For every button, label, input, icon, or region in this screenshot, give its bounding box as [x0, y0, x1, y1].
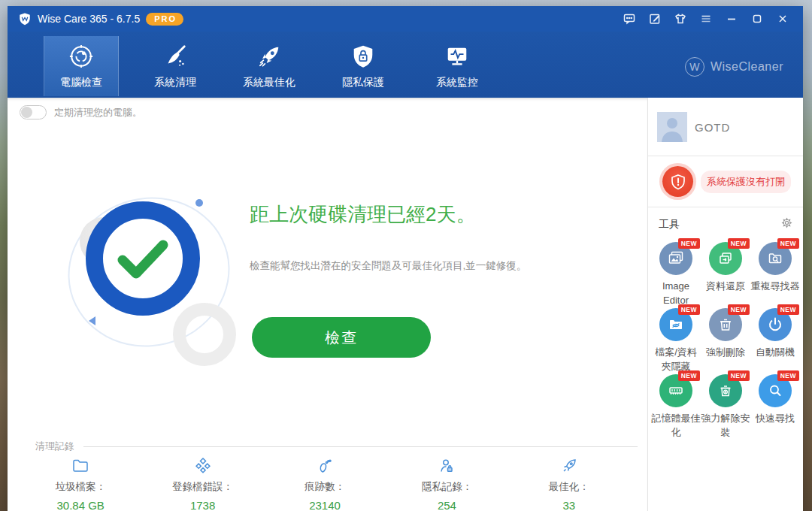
feedback-icon[interactable] — [617, 8, 642, 29]
brand-name: WiseCleaner — [710, 60, 783, 74]
broom-icon — [162, 44, 188, 69]
nav-tab-pc-checkup[interactable]: 電腦檢查 — [44, 36, 119, 96]
checkup-heading: 距上次硬碟清理已經2天。 — [250, 201, 475, 228]
new-badge: NEW — [678, 238, 700, 249]
tools-header: 工具 — [648, 207, 803, 236]
scheduled-clean-toggle[interactable] — [20, 105, 47, 119]
tool-force-uninstall[interactable]: NEW 強力解除安裝 — [701, 374, 750, 440]
nav-tab-label: 系統監控 — [436, 76, 478, 89]
warning-shield-icon — [662, 166, 693, 197]
user-name: GOTD — [695, 121, 730, 134]
tool-folder-hider[interactable]: NEW 檔案/資料夾隱藏 — [651, 308, 701, 373]
shield-lock-icon — [350, 44, 376, 69]
stat-junk-files: 垃圾檔案： 30.84 GB — [20, 457, 141, 511]
nav-tab-label: 系統最佳化 — [243, 76, 295, 89]
app-logo-shield-icon — [18, 12, 32, 26]
duplicate-finder-icon: NEW — [759, 242, 792, 275]
nav-tab-label: 系統清理 — [154, 76, 196, 89]
tool-duplicate-finder[interactable]: NEW 重複尋找器 — [750, 242, 800, 307]
maximize-button[interactable] — [744, 8, 770, 29]
main-panel: 定期清理您的電腦。 距上次硬碟清理已經2天。 檢查能幫您找出潛在的安全問題及可最… — [8, 98, 647, 511]
force-uninstall-icon: NEW — [709, 374, 742, 407]
minimize-button[interactable] — [719, 8, 744, 29]
tools-title: 工具 — [659, 218, 781, 231]
new-badge: NEW — [777, 370, 799, 381]
privacy-person-icon — [438, 457, 456, 475]
menu-icon[interactable] — [693, 8, 719, 29]
titlebar: Wise Care 365 - 6.7.5 PRO — [8, 6, 803, 32]
stat-optimized: 最佳化： 33 — [508, 457, 630, 511]
checkup-description: 檢查能幫您找出潛在的安全問題及可最佳化項目,並一鍵修復。 — [250, 259, 526, 273]
tool-force-delete[interactable]: NEW 強制刪除 — [701, 308, 750, 373]
new-badge: NEW — [678, 370, 700, 381]
checkup-scan-icon — [68, 44, 94, 69]
folder-icon — [71, 457, 89, 475]
new-badge: NEW — [728, 304, 750, 315]
new-badge: NEW — [728, 370, 750, 381]
app-window: Wise Care 365 - 6.7.5 PRO — [8, 6, 803, 511]
main-nav: 電腦檢查 系統清理 系統最佳化 — [8, 32, 803, 98]
scheduled-clean-row: 定期清理您的電腦。 — [20, 105, 142, 119]
tool-memory-optimizer[interactable]: NEW 記憶體最佳化 — [651, 374, 701, 440]
user-account-row[interactable]: GOTD — [648, 98, 803, 156]
checkmark-ring-icon — [86, 201, 200, 316]
stat-traces: 痕跡數： 23140 — [264, 457, 386, 511]
register-edit-icon[interactable] — [642, 8, 668, 29]
theme-skin-icon[interactable] — [668, 8, 693, 29]
checkup-status-graphic — [68, 192, 233, 357]
tool-auto-shutdown[interactable]: NEW 自動關機 — [750, 308, 800, 373]
rocket-icon — [256, 44, 282, 69]
rocket-icon — [560, 457, 578, 475]
auto-shutdown-power-icon: NEW — [759, 308, 792, 341]
cleanup-stats: 垃圾檔案： 30.84 GB 登錄檔錯誤： 1738 痕跡數： 23140 — [20, 457, 630, 511]
divider — [83, 446, 638, 447]
stat-registry-errors: 登錄檔錯誤： 1738 — [141, 457, 263, 511]
nav-tab-label: 電腦檢查 — [60, 76, 102, 89]
footprint-icon — [316, 457, 334, 475]
user-avatar — [657, 112, 687, 142]
protection-warning-text: 系統保護沒有打開 — [701, 171, 791, 193]
scheduled-clean-label: 定期清理您的電腦。 — [54, 106, 142, 119]
close-button[interactable] — [770, 8, 795, 29]
data-recovery-icon: NEW — [709, 242, 742, 275]
brand-logo: W WiseCleaner — [685, 57, 783, 77]
new-badge: NEW — [777, 238, 799, 249]
new-badge: NEW — [728, 238, 750, 249]
pro-badge: PRO — [146, 13, 183, 26]
nav-tab-system-tuneup[interactable]: 系統最佳化 — [232, 36, 307, 96]
stat-privacy-records: 隱私記錄： 254 — [386, 457, 508, 511]
new-badge: NEW — [678, 304, 700, 315]
brand-circle-icon: W — [685, 57, 704, 77]
memory-optimizer-ram-icon: NEW — [659, 374, 692, 407]
tool-image-editor[interactable]: NEW Image Editor — [651, 242, 701, 307]
decorative-donut — [173, 303, 236, 366]
decorative-triangle — [89, 316, 95, 325]
nav-tab-label: 隱私保護 — [342, 76, 384, 89]
gear-icon[interactable] — [781, 217, 792, 231]
tools-grid: NEW Image Editor NEW 資料還原 NEW — [648, 236, 803, 440]
protection-warning-row[interactable]: 系統保護沒有打開 — [648, 156, 803, 207]
decorative-dot — [195, 199, 203, 207]
nav-tab-system-monitor[interactable]: 系統監控 — [420, 36, 495, 96]
monitor-pulse-icon — [444, 44, 470, 69]
registry-icon — [194, 457, 212, 475]
nav-tab-system-cleaner[interactable]: 系統清理 — [138, 36, 213, 96]
cleanup-record-header: 清理記錄 — [35, 440, 638, 453]
new-badge: NEW — [777, 304, 799, 315]
sidebar: GOTD 系統保護沒有打開 工具 NEW — [647, 98, 803, 511]
folder-hider-icon: NEW — [659, 308, 692, 341]
image-editor-icon: NEW — [659, 242, 692, 275]
tool-quick-search[interactable]: NEW 快速尋找 — [750, 374, 800, 440]
tool-data-recovery[interactable]: NEW 資料還原 — [701, 242, 750, 307]
window-title: Wise Care 365 - 6.7.5 — [38, 13, 140, 25]
cleanup-record-title: 清理記錄 — [35, 440, 74, 453]
quick-search-icon: NEW — [759, 374, 792, 407]
nav-tab-privacy-protector[interactable]: 隱私保護 — [326, 36, 401, 96]
force-delete-icon: NEW — [709, 308, 742, 341]
checkup-button[interactable]: 檢查 — [252, 317, 431, 358]
